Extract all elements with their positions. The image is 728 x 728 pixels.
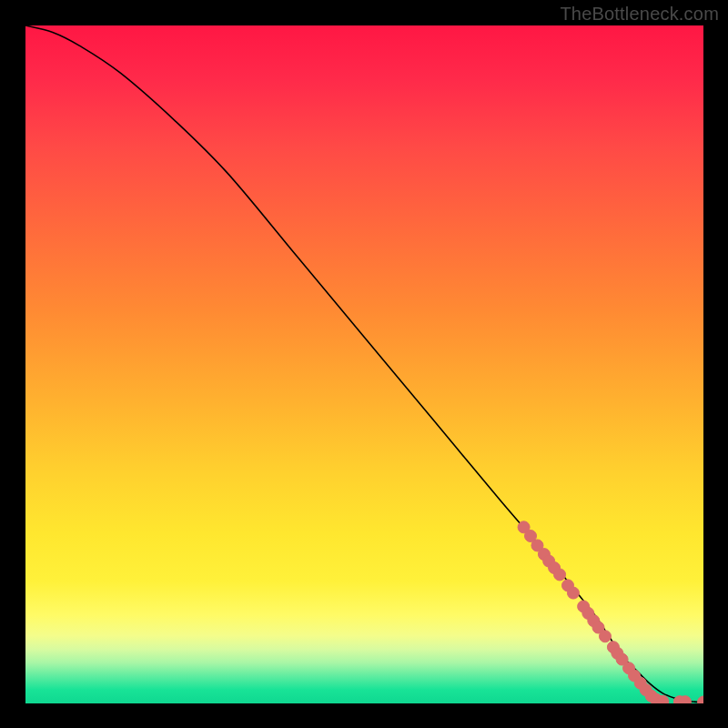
curve-line: [25, 25, 703, 703]
highlight-dot: [679, 696, 691, 703]
highlight-dot: [698, 696, 704, 703]
chart-svg: [25, 25, 703, 703]
highlight-dot: [567, 587, 579, 599]
highlight-dot: [599, 631, 611, 642]
highlight-dot: [657, 695, 669, 703]
plot-area: [25, 25, 703, 703]
highlight-dot: [554, 569, 566, 581]
highlight-dots: [518, 521, 703, 703]
watermark-text: TheBottleneck.com: [560, 4, 719, 25]
chart-stage: TheBottleneck.com: [0, 0, 728, 728]
